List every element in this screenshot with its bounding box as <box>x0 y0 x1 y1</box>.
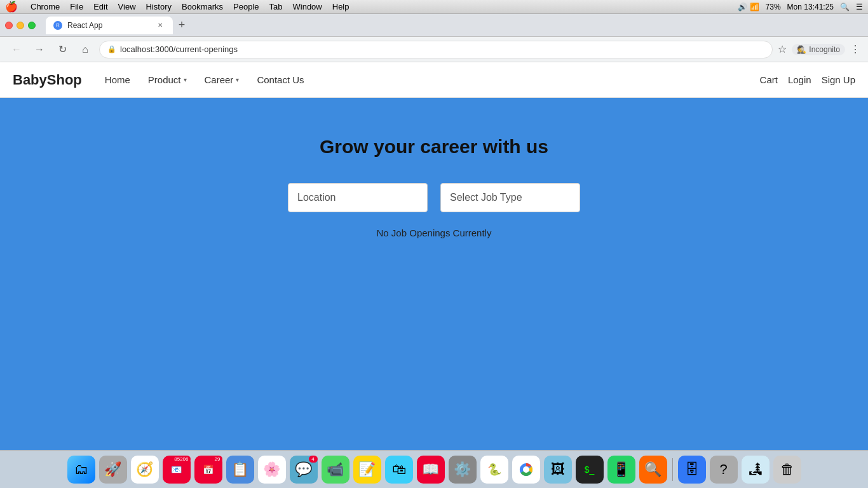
nav-product-label: Product <box>148 74 181 85</box>
nav-career[interactable]: Career ▾ <box>197 69 247 90</box>
url-text: localhost:3000/current-openings <box>120 44 238 54</box>
dock-photos2[interactable]: 🏞 <box>742 456 770 484</box>
chrome-titlebar: R React App ✕ + <box>0 14 868 37</box>
nav-signup[interactable]: Sign Up <box>822 74 855 85</box>
dock-pycharm[interactable]: 🐍 <box>480 456 508 484</box>
dock-safari[interactable]: 🧭 <box>131 456 159 484</box>
location-input[interactable] <box>288 183 428 212</box>
menu-bar-right: 🔊 📶 73% Mon 13:41:25 🔍 ☰ <box>738 3 863 11</box>
dock-photos[interactable]: 🌸 <box>258 456 286 484</box>
menu-bookmarks[interactable]: Bookmarks <box>182 2 223 11</box>
close-window-button[interactable] <box>5 22 13 29</box>
browser-tab-active[interactable]: R React App ✕ <box>46 17 173 34</box>
incognito-icon: 🕵 <box>797 45 806 54</box>
ssl-lock-icon: 🔒 <box>107 45 116 53</box>
nav-product[interactable]: Product ▾ <box>140 69 194 90</box>
reload-button[interactable]: ↻ <box>53 41 71 58</box>
nav-login[interactable]: Login <box>788 74 811 85</box>
chrome-menu-button[interactable]: ⋮ <box>850 43 860 55</box>
dock-finder[interactable]: 🗂 <box>67 456 95 484</box>
dock-notes[interactable]: 📝 <box>353 456 381 484</box>
nav-cart[interactable]: Cart <box>760 74 778 85</box>
menu-history[interactable]: History <box>146 2 172 11</box>
dock-help[interactable]: ? <box>710 456 738 484</box>
home-button[interactable]: ⌂ <box>76 41 94 58</box>
site-navbar: BabyShop Home Product ▾ Career ▾ Contact… <box>0 62 868 98</box>
dock-chrome[interactable] <box>512 456 540 484</box>
incognito-indicator: 🕵 Incognito <box>792 44 845 55</box>
address-bar: ← → ↻ ⌂ 🔒 localhost:3000/current-opening… <box>0 37 868 62</box>
menu-help[interactable]: Help <box>332 2 349 11</box>
svg-point-2 <box>523 466 529 473</box>
dock-facetime[interactable]: 📹 <box>322 456 349 484</box>
search-icon[interactable]: 🔍 <box>840 3 850 11</box>
dock-terminal[interactable]: $_ <box>576 456 604 484</box>
main-content: Grow your career with us No Job Openings… <box>0 98 868 488</box>
tab-title: React App <box>67 21 102 30</box>
menu-file[interactable]: File <box>70 2 83 11</box>
nav-career-chevron: ▾ <box>236 76 239 83</box>
menubar-icons: 🔊 📶 <box>738 3 759 11</box>
clock: Mon 13:41:25 <box>787 3 834 11</box>
macos-menu-bar: 🍎 Chrome File Edit View History Bookmark… <box>0 0 868 14</box>
list-icon[interactable]: ☰ <box>856 3 863 11</box>
no-jobs-message: No Job Openings Currently <box>377 227 492 238</box>
tab-bar: R React App ✕ + <box>46 17 191 34</box>
menu-people[interactable]: People <box>233 2 259 11</box>
fullscreen-window-button[interactable] <box>28 22 36 29</box>
minimize-window-button[interactable] <box>17 22 24 29</box>
nav-right-links: Cart Login Sign Up <box>760 74 855 85</box>
menu-window[interactable]: Window <box>293 2 322 11</box>
career-heading: Grow your career with us <box>320 136 548 158</box>
nav-contact[interactable]: Contact Us <box>249 69 311 90</box>
dock-trash[interactable]: 🗑 <box>773 456 801 484</box>
url-bar[interactable]: 🔒 localhost:3000/current-openings <box>99 41 773 58</box>
dock-appstore[interactable]: 🛍 <box>385 456 413 484</box>
battery-indicator: 73% <box>766 3 781 11</box>
menu-view[interactable]: View <box>118 2 136 11</box>
dock: 🗂 🚀 🧭 📧 85206 📅 29 📋 🌸 💬 4 📹 📝 🛍 📖 ⚙️ 🐍 … <box>0 450 868 488</box>
nav-links: Home Product ▾ Career ▾ Contact Us <box>97 69 312 90</box>
dock-divider <box>672 458 673 481</box>
menu-edit[interactable]: Edit <box>93 2 107 11</box>
dock-books[interactable]: 📖 <box>417 456 445 484</box>
filter-row <box>288 183 580 212</box>
bookmark-star-icon[interactable]: ☆ <box>778 43 787 55</box>
dock-preview[interactable]: 🖼 <box>544 456 572 484</box>
back-button[interactable]: ← <box>8 41 25 58</box>
dock-files[interactable]: 🗄 <box>678 456 706 484</box>
dock-app1[interactable]: 📅 29 <box>194 456 222 484</box>
dock-reminders[interactable]: 📋 <box>226 456 254 484</box>
tab-favicon: R <box>53 21 62 30</box>
brand-logo[interactable]: BabyShop <box>13 72 82 88</box>
dock-magnifier[interactable]: 🔍 <box>639 456 667 484</box>
menu-tab[interactable]: Tab <box>269 2 283 11</box>
nav-product-chevron: ▾ <box>184 76 187 83</box>
incognito-label: Incognito <box>809 45 840 54</box>
dock-mail[interactable]: 📧 85206 <box>163 456 191 484</box>
dock-launchpad[interactable]: 🚀 <box>99 456 127 484</box>
nav-home-label: Home <box>105 74 130 85</box>
apple-menu-icon[interactable]: 🍎 <box>5 1 18 13</box>
nav-contact-label: Contact Us <box>257 74 304 85</box>
dock-system-prefs[interactable]: ⚙️ <box>449 456 477 484</box>
nav-career-label: Career <box>205 74 234 85</box>
menu-chrome[interactable]: Chrome <box>31 2 60 11</box>
dock-messages[interactable]: 💬 4 <box>290 456 318 484</box>
forward-button[interactable]: → <box>31 41 48 58</box>
tab-close-button[interactable]: ✕ <box>155 20 165 30</box>
nav-home[interactable]: Home <box>97 69 138 90</box>
new-tab-button[interactable]: + <box>173 17 191 34</box>
traffic-lights <box>5 22 36 29</box>
job-type-input[interactable] <box>440 183 580 212</box>
dock-whatsapp[interactable]: 📱 <box>607 456 635 484</box>
address-bar-right: ☆ 🕵 Incognito ⋮ <box>778 43 860 55</box>
